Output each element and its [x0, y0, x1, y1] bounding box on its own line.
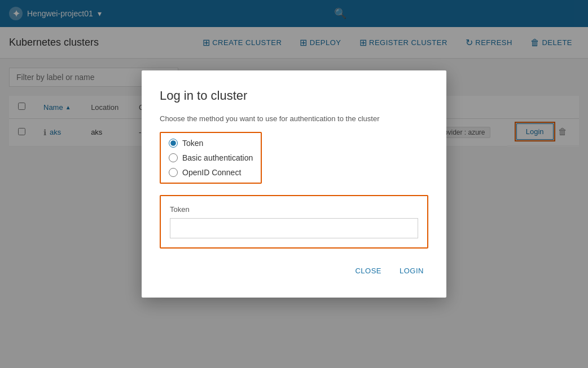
modal-title: Log in to cluster	[160, 88, 428, 103]
auth-options-group: Token Basic authentication OpenID Connec…	[160, 132, 428, 184]
radio-openid-label: OpenID Connect	[182, 168, 241, 177]
radio-basic-auth[interactable]: Basic authentication	[169, 153, 253, 162]
close-button[interactable]: CLOSE	[350, 262, 386, 280]
token-input[interactable]	[170, 218, 418, 238]
token-label: Token	[170, 205, 418, 214]
login-modal: Log in to cluster Choose the method you …	[142, 70, 446, 298]
modal-login-button[interactable]: LOGIN	[395, 262, 428, 280]
radio-token[interactable]: Token	[169, 139, 253, 148]
token-section: Token	[160, 195, 428, 249]
radio-token-input[interactable]	[169, 139, 178, 148]
radio-openid-input[interactable]	[169, 168, 178, 177]
radio-basic-auth-input[interactable]	[169, 153, 178, 162]
modal-subtitle: Choose the method you want to use for au…	[160, 114, 428, 123]
radio-token-label: Token	[182, 139, 203, 148]
radio-openid[interactable]: OpenID Connect	[169, 168, 253, 177]
radio-basic-auth-label: Basic authentication	[182, 153, 253, 162]
modal-actions: CLOSE LOGIN	[160, 262, 428, 280]
modal-overlay: Log in to cluster Choose the method you …	[0, 0, 588, 368]
